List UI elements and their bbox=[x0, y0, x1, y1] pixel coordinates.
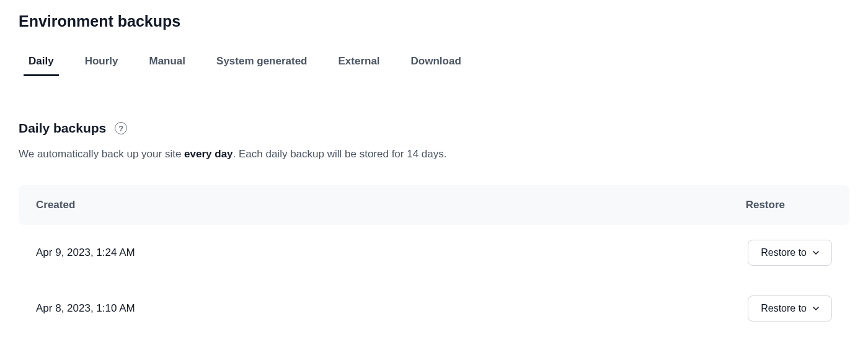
help-icon[interactable]: ? bbox=[115, 122, 127, 134]
table-row: Apr 9, 2023, 1:24 AM Restore to bbox=[19, 225, 849, 281]
restore-to-button[interactable]: Restore to bbox=[748, 240, 832, 266]
tab-hourly[interactable]: Hourly bbox=[85, 55, 118, 76]
section-desc-bold: every day bbox=[184, 148, 232, 160]
table-header: Created Restore bbox=[19, 185, 849, 225]
chevron-down-icon bbox=[813, 305, 819, 312]
restore-to-button[interactable]: Restore to bbox=[748, 295, 832, 322]
tab-system-generated[interactable]: System generated bbox=[216, 55, 307, 76]
chevron-down-icon bbox=[813, 250, 819, 256]
cell-created: Apr 8, 2023, 1:10 AM bbox=[36, 302, 135, 315]
section-header: Daily backups ? bbox=[19, 121, 849, 136]
cell-created: Apr 9, 2023, 1:24 AM bbox=[36, 247, 135, 259]
section-title: Daily backups bbox=[19, 121, 106, 136]
restore-button-label: Restore to bbox=[761, 247, 807, 258]
section-desc-suffix: . Each daily backup will be stored for 1… bbox=[233, 148, 447, 160]
tabs: Daily Hourly Manual System generated Ext… bbox=[19, 55, 849, 76]
tab-daily[interactable]: Daily bbox=[29, 55, 54, 76]
column-header-restore: Restore bbox=[746, 199, 832, 211]
page-title: Environment backups bbox=[19, 12, 849, 30]
column-header-created: Created bbox=[36, 199, 75, 211]
section-desc-prefix: We automatically back up your site bbox=[19, 148, 184, 160]
tab-manual[interactable]: Manual bbox=[149, 55, 185, 76]
section-description: We automatically back up your site every… bbox=[19, 148, 849, 160]
tab-download[interactable]: Download bbox=[411, 55, 461, 76]
tab-external[interactable]: External bbox=[339, 55, 380, 76]
table-row: Apr 8, 2023, 1:10 AM Restore to bbox=[19, 281, 849, 336]
restore-button-label: Restore to bbox=[761, 303, 807, 314]
